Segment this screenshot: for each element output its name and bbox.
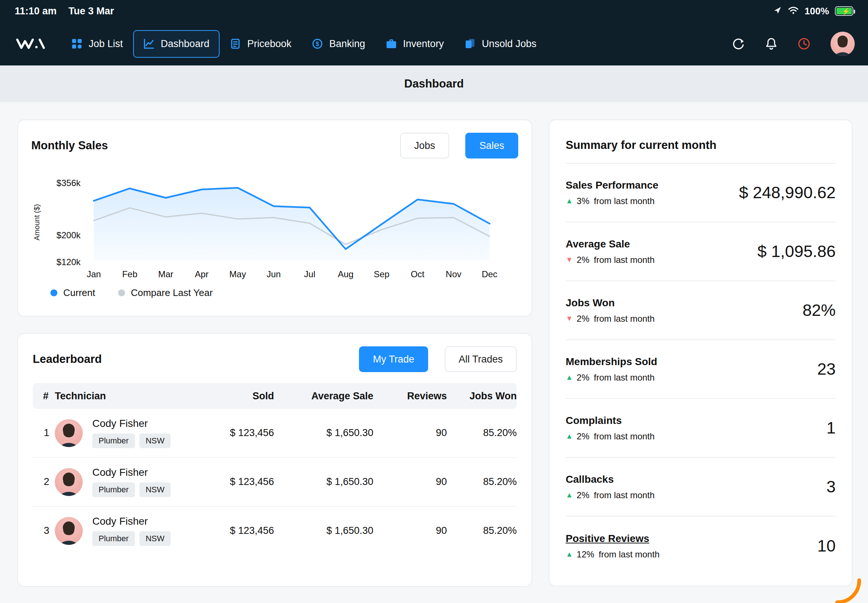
page-title-bar: Dashboard: [0, 65, 868, 102]
sales-jobs-toggle: Jobs Sales: [400, 133, 518, 158]
status-time: 11:10 am: [15, 6, 57, 17]
trend-arrow-icon: ▲: [566, 432, 573, 441]
summary-metric-label[interactable]: Positive Reviews: [566, 533, 659, 544]
svg-text:Feb: Feb: [122, 269, 137, 279]
svg-text:Nov: Nov: [446, 269, 461, 279]
trend-change: 2%: [577, 373, 589, 383]
svg-text:Sep: Sep: [374, 269, 390, 279]
technician-name: Cody Fisher: [92, 418, 171, 430]
sold-cell: $ 123,456: [200, 427, 274, 439]
svg-text:$200k: $200k: [57, 230, 81, 240]
reviews-cell: 90: [373, 525, 447, 537]
my-trade-button[interactable]: My Trade: [359, 346, 429, 372]
all-trades-button[interactable]: All Trades: [445, 346, 517, 372]
summary-metric-label: Average Sale: [566, 238, 654, 250]
rank-cell: 3: [33, 525, 55, 537]
sales-toggle-button[interactable]: Sales: [465, 133, 518, 158]
summary-metric-value: 3: [826, 477, 836, 496]
technician-avatar: [55, 419, 83, 447]
main-nav: Job List Dashboard Pricebook $: [0, 22, 868, 65]
rank-cell: 2: [33, 476, 55, 487]
leaderboard-title: Leaderboard: [33, 353, 102, 366]
svg-text:May: May: [229, 269, 246, 279]
svg-text:Oct: Oct: [411, 269, 425, 279]
location-arrow-icon: [773, 6, 782, 16]
col-header-rank: #: [33, 391, 55, 402]
nav-item-inventory[interactable]: Inventory: [376, 30, 454, 58]
page-title: Dashboard: [404, 77, 464, 90]
sold-cell: $ 123,456: [200, 476, 274, 487]
nav-item-job-list[interactable]: Job List: [61, 30, 133, 58]
status-date: Tue 3 Mar: [68, 6, 114, 17]
monthly-sales-chart: $356k$200k$120kJanFebMarAprMayJunJulAugS…: [31, 162, 520, 283]
svg-text:Jun: Jun: [267, 269, 281, 279]
table-row[interactable]: 1 Cody Fisher Plumber NSW $ 123,456 $ 1,…: [33, 409, 517, 458]
average-sale-cell: $ 1,650.30: [274, 525, 373, 537]
summary-metric-value: 1: [826, 418, 836, 438]
leaderboard-header-row: # Technician Sold Average Sale Reviews J…: [33, 383, 517, 409]
nav-item-pricebook[interactable]: Pricebook: [220, 30, 302, 58]
nav-item-dashboard[interactable]: Dashboard: [133, 30, 220, 58]
summary-metric-value: 10: [817, 537, 836, 555]
summary-row: Jobs Won ▼2%from last month 82%: [566, 281, 836, 340]
battery-icon: ⚡: [835, 6, 853, 16]
sync-icon[interactable]: [732, 37, 745, 50]
trend-arrow-icon: ▼: [566, 255, 573, 264]
trend-period: from last month: [599, 549, 659, 560]
trend-arrow-icon: ▲: [566, 550, 573, 558]
table-row[interactable]: 2 Cody Fisher Plumber NSW $ 123,456 $ 1,…: [33, 458, 517, 507]
summary-metric-label: Memberships Sold: [566, 356, 657, 368]
user-avatar[interactable]: [831, 32, 855, 56]
recent-clock-icon[interactable]: [797, 37, 811, 50]
reviews-cell: 90: [373, 427, 447, 439]
summary-metric-value: $ 248,990.62: [739, 183, 836, 202]
summary-metric-value: $ 1,095.86: [757, 242, 836, 261]
monthly-sales-title: Monthly Sales: [31, 139, 108, 152]
summary-metric-label: Jobs Won: [566, 297, 654, 309]
summary-card: Summary for current month Sales Performa…: [549, 119, 853, 586]
technician-avatar: [55, 517, 83, 545]
col-header-reviews: Reviews: [373, 391, 447, 402]
leaderboard-card: Leaderboard My Trade All Trades # Techni…: [17, 333, 532, 587]
average-sale-cell: $ 1,650.30: [274, 427, 373, 439]
trend-change: 3%: [577, 196, 589, 206]
summary-metric-label: Callbacks: [566, 473, 654, 485]
nav-label: Inventory: [403, 38, 444, 49]
trend-period: from last month: [594, 314, 654, 324]
loading-arc: [834, 577, 863, 603]
jobs-won-cell: 85.20%: [447, 476, 517, 487]
summary-metric-value: 82%: [803, 301, 836, 320]
average-sale-cell: $ 1,650.30: [274, 476, 373, 487]
dollar-icon: $: [312, 38, 323, 49]
svg-text:Aug: Aug: [337, 269, 353, 279]
nav-item-unsold-jobs[interactable]: Unsold Jobs: [454, 30, 547, 58]
reviews-cell: 90: [373, 476, 447, 487]
col-header-jobs-won: Jobs Won: [447, 391, 517, 402]
nav-item-banking[interactable]: $ Banking: [302, 30, 376, 58]
technician-avatar: [55, 468, 83, 496]
trend-period: from last month: [594, 255, 654, 265]
chart-legend: Current Compare Last Year: [31, 287, 518, 298]
jobs-toggle-button[interactable]: Jobs: [400, 133, 449, 158]
trend-change: 12%: [577, 549, 594, 560]
legend-dot-compare: [118, 289, 125, 296]
trend-arrow-icon: ▲: [566, 491, 573, 499]
nav-label: Pricebook: [247, 38, 291, 49]
nav-label: Unsold Jobs: [482, 38, 537, 49]
notifications-bell-icon[interactable]: [765, 37, 778, 50]
briefcase-icon: [386, 38, 397, 49]
legend-label: Current: [63, 287, 95, 298]
grid-icon: [71, 38, 82, 49]
trade-tag: Plumber: [92, 482, 135, 497]
trend-change: 2%: [577, 431, 589, 442]
legend-item-current: Current: [50, 287, 95, 298]
jobs-won-cell: 85.20%: [447, 427, 517, 439]
app-logo[interactable]: [15, 37, 46, 50]
svg-text:Apr: Apr: [195, 269, 209, 279]
trend-arrow-icon: ▲: [566, 373, 573, 382]
wifi-icon: [788, 6, 799, 16]
table-row[interactable]: 3 Cody Fisher Plumber NSW $ 123,456 $ 1,…: [33, 507, 517, 555]
col-header-technician: Technician: [55, 391, 200, 402]
svg-text:Jan: Jan: [87, 269, 101, 279]
summary-row: Average Sale ▼2%from last month $ 1,095.…: [566, 223, 836, 281]
